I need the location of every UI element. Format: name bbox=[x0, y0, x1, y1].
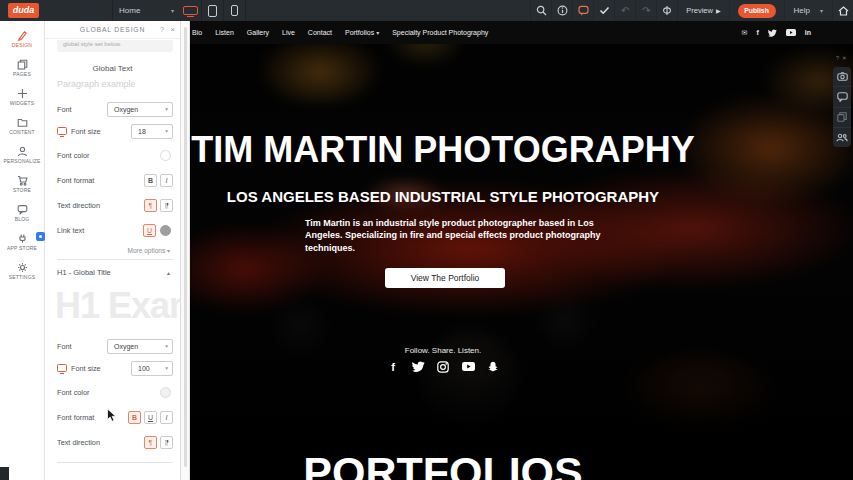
search-button[interactable] bbox=[530, 0, 551, 21]
sidebar-item-label: BLOG bbox=[15, 216, 30, 222]
page-selector-label: Home bbox=[119, 6, 140, 15]
chevron-up-icon[interactable]: ▴ bbox=[167, 269, 170, 276]
h1-italic-button[interactable]: I bbox=[160, 411, 173, 424]
hero-paragraph[interactable]: Tim Martin is an industrial style produc… bbox=[305, 217, 607, 254]
editor-sidebar: DESIGN PAGES WIDGETS CONTENT PERSONALIZE bbox=[0, 21, 45, 480]
panel-close-button[interactable]: × bbox=[170, 25, 175, 34]
paragraph-font-size-select[interactable]: 18 ▾ bbox=[131, 124, 173, 139]
redo-button[interactable]: ↷ bbox=[635, 0, 656, 21]
h1-font-select[interactable]: Oxygen ▾ bbox=[107, 339, 173, 354]
h1-underline-button[interactable]: U bbox=[144, 411, 157, 424]
youtube-icon[interactable] bbox=[786, 29, 796, 36]
twitter-icon[interactable] bbox=[412, 360, 425, 373]
page-selector-dropdown[interactable]: Home ▾ bbox=[112, 0, 180, 21]
sidebar-item-store[interactable]: STORE bbox=[0, 169, 44, 198]
ltr-direction-button[interactable]: ¶ bbox=[144, 199, 157, 212]
facebook-icon[interactable]: f bbox=[756, 29, 758, 36]
tablet-view-button[interactable] bbox=[202, 0, 224, 21]
pages-icon bbox=[17, 59, 28, 70]
sidebar-item-content[interactable]: CONTENT bbox=[0, 111, 44, 140]
mobile-view-button[interactable] bbox=[224, 0, 246, 21]
sidebar-item-design[interactable]: DESIGN bbox=[0, 24, 44, 53]
float-toolbar-hint: ?✕ bbox=[836, 55, 850, 61]
help-menu[interactable]: Help ▾ bbox=[784, 0, 832, 21]
linkedin-icon[interactable]: in bbox=[805, 29, 811, 36]
team-button[interactable] bbox=[833, 128, 851, 147]
follow-text: Follow. Share. Listen. bbox=[190, 346, 696, 355]
email-icon[interactable]: ✉ bbox=[742, 29, 748, 36]
chevron-down-icon: ▾ bbox=[165, 106, 168, 112]
nav-item-contact[interactable]: Contact bbox=[308, 29, 332, 36]
font-color-label: Font color bbox=[57, 388, 89, 397]
preview-button[interactable]: Preview ▶ bbox=[677, 0, 728, 21]
info-button[interactable] bbox=[551, 0, 572, 21]
nav-item-listen[interactable]: Listen bbox=[215, 29, 234, 36]
h1-font-color-swatch[interactable] bbox=[160, 387, 171, 398]
comments-button[interactable] bbox=[833, 87, 851, 107]
hero-title[interactable]: TIM MARTIN PHOTOGRAPHY bbox=[190, 129, 696, 171]
hero-subtitle[interactable]: LOS ANGELES BASED INDUSTRIAL STYLE PHOTO… bbox=[190, 188, 696, 205]
snapchat-icon[interactable] bbox=[487, 360, 500, 373]
copy-layout-button[interactable] bbox=[833, 108, 851, 128]
h1-style-preview: H1 Example bbox=[55, 285, 180, 327]
link-underline-button[interactable]: U bbox=[143, 224, 156, 237]
nav-item-live[interactable]: Live bbox=[282, 29, 295, 36]
sidebar-item-label: DESIGN bbox=[12, 42, 32, 48]
link-color-swatch[interactable] bbox=[160, 225, 171, 236]
instagram-icon[interactable] bbox=[437, 360, 450, 373]
camera-icon bbox=[837, 72, 848, 81]
paragraph-font-color-swatch[interactable] bbox=[160, 150, 171, 161]
sidebar-item-label: PERSONALIZE bbox=[3, 158, 40, 164]
global-text-section-title: Global Text bbox=[45, 64, 180, 73]
panel-scrollbar[interactable] bbox=[181, 21, 190, 480]
dev-mode-button[interactable] bbox=[656, 0, 677, 21]
search-icon bbox=[536, 5, 547, 16]
sidebar-item-pages[interactable]: PAGES bbox=[0, 53, 44, 82]
feedback-button[interactable] bbox=[572, 0, 593, 21]
h1-ltr-direction-button[interactable]: ¶ bbox=[144, 436, 157, 449]
sidebar-item-blog[interactable]: BLOG bbox=[0, 198, 44, 227]
view-portfolio-button[interactable]: View The Portfolio bbox=[385, 268, 505, 288]
nav-item-bio[interactable]: Bio bbox=[192, 29, 202, 36]
h1-font-size-select[interactable]: 100 ▾ bbox=[131, 361, 173, 376]
undo-icon: ↶ bbox=[621, 5, 629, 16]
scrollbar-thumb[interactable] bbox=[184, 27, 187, 467]
nav-item-portfolios[interactable]: Portfolios▾ bbox=[345, 29, 379, 36]
gear-icon bbox=[17, 262, 28, 273]
sidebar-item-personalize[interactable]: PERSONALIZE bbox=[0, 140, 44, 169]
sidebar-item-settings[interactable]: SETTINGS bbox=[0, 256, 44, 285]
italic-button[interactable]: I bbox=[160, 174, 173, 187]
undo-button[interactable]: ↶ bbox=[614, 0, 635, 21]
rtl-direction-button[interactable]: ¶ bbox=[160, 199, 173, 212]
h1-rtl-direction-button[interactable]: ¶ bbox=[160, 436, 173, 449]
mobile-icon bbox=[231, 5, 238, 16]
panel-help-button[interactable]: ? bbox=[160, 26, 164, 33]
site-canvas: Bio Listen Gallery Live Contact Portfoli… bbox=[190, 21, 853, 480]
twitter-icon[interactable] bbox=[768, 29, 777, 37]
bold-button[interactable]: B bbox=[144, 174, 157, 187]
screenshot-button[interactable] bbox=[833, 67, 851, 87]
nav-item-gallery[interactable]: Gallery bbox=[247, 29, 269, 36]
nav-item-specialty[interactable]: Specialty Product Photography bbox=[392, 29, 488, 36]
more-options-link[interactable]: More options ▾ bbox=[128, 247, 170, 254]
youtube-icon[interactable] bbox=[462, 360, 475, 373]
pilcrow-ltr-icon: ¶ bbox=[149, 439, 153, 446]
link-text-label: Link text bbox=[57, 226, 84, 235]
duda-logo[interactable]: duda bbox=[8, 3, 39, 18]
portfolios-heading[interactable]: PORTFOLIOS bbox=[190, 448, 696, 480]
help-label: Help bbox=[794, 6, 810, 15]
publish-button[interactable]: Publish bbox=[738, 4, 776, 18]
paragraph-font-select[interactable]: Oxygen ▾ bbox=[107, 102, 173, 117]
dashboard-home-button[interactable] bbox=[832, 0, 853, 21]
copy-icon bbox=[837, 112, 847, 122]
sidebar-item-widgets[interactable]: WIDGETS bbox=[0, 82, 44, 111]
desktop-view-button[interactable] bbox=[180, 0, 202, 21]
h1-bold-button[interactable]: B bbox=[128, 411, 141, 424]
facebook-icon[interactable]: f bbox=[387, 360, 400, 373]
device-switcher bbox=[180, 0, 246, 21]
comment-icon bbox=[837, 92, 848, 102]
corner-tab bbox=[0, 467, 9, 480]
desktop-icon bbox=[183, 6, 198, 15]
save-status-button[interactable] bbox=[593, 0, 614, 21]
brush-icon bbox=[17, 30, 28, 41]
